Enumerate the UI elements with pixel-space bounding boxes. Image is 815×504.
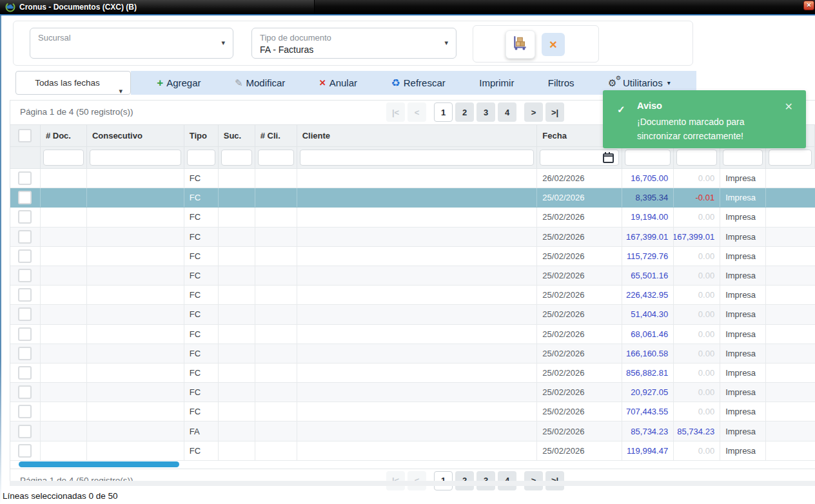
cell-fecha: 25/02/2026 xyxy=(537,266,622,285)
window-close-button[interactable]: ✕ xyxy=(803,1,814,10)
hand-truck-button[interactable] xyxy=(506,30,535,59)
filter-suc-input[interactable] xyxy=(221,150,252,166)
header-cli[interactable]: # Cli. xyxy=(255,125,297,146)
horizontal-scrollbar-thumb[interactable] xyxy=(19,461,179,467)
pagination-first-button[interactable]: |< xyxy=(386,102,405,122)
row-checkbox[interactable] xyxy=(18,191,32,204)
filter-extra-input[interactable] xyxy=(769,150,812,166)
cell-suc xyxy=(219,228,255,246)
utilitarios-dropdown[interactable]: ⚙⚙ Utilitarios ▾ xyxy=(608,77,671,88)
filter-estado-input[interactable] xyxy=(723,150,763,166)
toast-close-icon[interactable]: ✕ xyxy=(785,101,793,113)
tipo-documento-select[interactable]: Tipo de documento FA - Facturas ▾ xyxy=(251,28,457,59)
anular-button[interactable]: ✕ Anular xyxy=(319,77,357,88)
date-filter-dropdown[interactable]: Todas las fechas ▾ xyxy=(15,71,131,95)
pagination-page-3[interactable]: 3 xyxy=(476,102,495,122)
imprimir-button[interactable]: Imprimir xyxy=(479,77,514,88)
toast-title: Aviso xyxy=(637,101,662,111)
table-row[interactable]: FC25/02/202668,061.460.00Impresa xyxy=(10,325,815,344)
row-checkbox[interactable] xyxy=(18,405,32,418)
table-row[interactable]: FC25/02/202619,194.000.00Impresa xyxy=(10,208,815,227)
row-checkbox[interactable] xyxy=(18,307,32,321)
cell-estado: Impresa xyxy=(720,402,766,421)
cell-cli xyxy=(255,266,297,285)
cell-consecutivo xyxy=(87,169,184,188)
pagination-page-1[interactable]: 1 xyxy=(434,102,453,122)
tipo-documento-value: FA - Facturas xyxy=(260,44,313,55)
cell-fecha: 25/02/2026 xyxy=(537,208,622,226)
clear-selection-button[interactable]: ✕ xyxy=(542,33,565,56)
header-cliente[interactable]: Cliente xyxy=(297,125,538,146)
header-suc[interactable]: Suc. xyxy=(219,125,255,146)
pager: |< < 1 2 3 4 > >| xyxy=(386,102,564,122)
filtros-button[interactable]: Filtros xyxy=(548,77,574,88)
row-checkbox[interactable] xyxy=(18,288,32,302)
header-doc[interactable]: # Doc. xyxy=(41,125,87,146)
row-checkbox[interactable] xyxy=(18,347,32,360)
row-checkbox[interactable] xyxy=(18,210,32,224)
cell-suc xyxy=(219,305,255,324)
header-consecutivo[interactable]: Consecutivo xyxy=(87,125,184,146)
cell-estado: Impresa xyxy=(720,441,766,460)
filter-cli-input[interactable] xyxy=(258,150,294,166)
row-checkbox[interactable] xyxy=(18,327,32,341)
header-tipo[interactable]: Tipo xyxy=(184,125,219,146)
cell-monto: 167,399.01 xyxy=(622,228,674,246)
row-checkbox-cell xyxy=(10,383,41,402)
chevron-down-icon: ▾ xyxy=(119,80,123,102)
table-row[interactable]: FC25/02/202620,927.050.00Impresa xyxy=(10,383,815,402)
filter-saldo-input[interactable] xyxy=(676,150,717,166)
table-row[interactable]: FC25/02/2026707,443.550.00Impresa xyxy=(10,402,815,422)
cell-saldo: 0.00 xyxy=(674,344,720,363)
documents-grid: Página 1 de 4 (50 registro(s)) |< < 1 2 … xyxy=(10,100,815,481)
cell-doc xyxy=(41,344,87,363)
table-row[interactable]: FC25/02/2026119,994.470.00Impresa xyxy=(10,441,815,461)
cell-consecutivo xyxy=(87,422,184,440)
cell-monto: 226,432.95 xyxy=(622,286,674,304)
table-row[interactable]: FC25/02/2026166,160.580.00Impresa xyxy=(10,344,815,363)
table-row[interactable]: FC25/02/2026226,432.950.00Impresa xyxy=(10,286,815,305)
row-checkbox[interactable] xyxy=(18,171,32,185)
table-row[interactable]: FC25/02/2026167,399.01167,399.01Impresa xyxy=(10,228,815,247)
cell-estado: Impresa xyxy=(720,228,766,246)
cell-extra xyxy=(766,402,815,421)
row-checkbox[interactable] xyxy=(18,269,32,282)
row-checkbox[interactable] xyxy=(18,444,32,458)
pagination-page-4[interactable]: 4 xyxy=(498,102,516,122)
agregar-button[interactable]: + Agregar xyxy=(157,77,201,88)
cell-monto: 115,729.76 xyxy=(622,247,674,266)
table-row[interactable]: FC25/02/2026115,729.760.00Impresa xyxy=(10,247,815,266)
sucursal-select[interactable]: Sucursal ▾ xyxy=(30,28,233,59)
row-checkbox[interactable] xyxy=(18,249,32,263)
row-checkbox[interactable] xyxy=(18,366,32,380)
modificar-button[interactable]: ✎ Modificar xyxy=(235,77,285,88)
table-row[interactable]: FC26/02/202616,705.000.00Impresa xyxy=(10,169,815,188)
cell-doc xyxy=(41,402,87,421)
cell-estado: Impresa xyxy=(720,286,766,304)
chevron-down-icon: ▾ xyxy=(221,39,225,47)
calendar-icon[interactable] xyxy=(603,153,614,163)
select-all-checkbox[interactable] xyxy=(18,129,32,142)
pagination-prev-button[interactable]: < xyxy=(408,102,426,122)
row-checkbox[interactable] xyxy=(18,385,32,399)
selection-summary: Líneas seleccionadas 0 de 50 xyxy=(3,491,118,501)
refrescar-button[interactable]: ♻ Refrescar xyxy=(391,77,445,88)
table-row[interactable]: FC25/02/20268,395.34-0.01Impresa xyxy=(10,188,815,208)
row-checkbox[interactable] xyxy=(18,230,32,244)
pagination-last-button[interactable]: >| xyxy=(545,102,564,122)
cell-tipo: FC xyxy=(184,441,219,460)
row-checkbox[interactable] xyxy=(18,425,32,438)
filter-cliente-input[interactable] xyxy=(300,150,535,166)
table-row[interactable]: FC25/02/202651,404.300.00Impresa xyxy=(10,305,815,324)
pagination-page-2[interactable]: 2 xyxy=(455,102,474,122)
grid-bottom-strip xyxy=(10,481,815,486)
filter-monto-input[interactable] xyxy=(625,150,671,166)
filter-tipo-input[interactable] xyxy=(187,150,215,166)
cell-saldo: 0.00 xyxy=(674,325,720,344)
pagination-next-button[interactable]: > xyxy=(524,102,543,122)
table-row[interactable]: FC25/02/2026856,882.810.00Impresa xyxy=(10,363,815,383)
table-row[interactable]: FC25/02/202665,501.160.00Impresa xyxy=(10,266,815,286)
table-row[interactable]: FA25/02/202685,734.2385,734.23Impresa xyxy=(10,422,815,441)
filter-doc-input[interactable] xyxy=(43,150,84,166)
filter-consecutivo-input[interactable] xyxy=(90,150,181,166)
